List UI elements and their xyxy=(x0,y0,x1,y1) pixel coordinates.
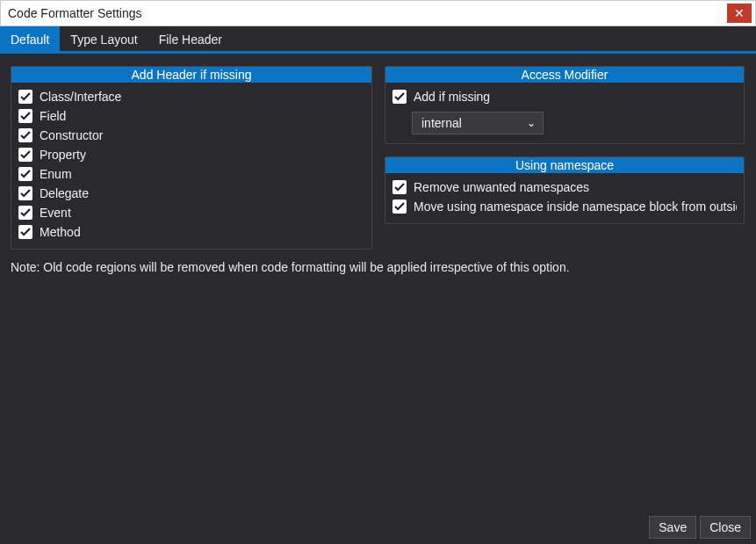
row-add-if-missing: Add if missing xyxy=(392,87,737,106)
window-title: Code Formatter Settings xyxy=(8,6,142,20)
tab-file-header[interactable]: File Header xyxy=(148,26,233,51)
panel-using-namespace-body: Remove unwanted namespaces Move using na… xyxy=(385,173,744,223)
checkmark-icon xyxy=(20,188,31,199)
checkbox-constructor[interactable] xyxy=(18,128,32,142)
label-method: Method xyxy=(40,225,81,239)
checkbox-property[interactable] xyxy=(18,148,32,162)
panel-access-modifier: Access Modifier Add if missing internal … xyxy=(385,66,745,144)
row-method: Method xyxy=(18,222,364,242)
row-remove-unwanted: Remove unwanted namespaces xyxy=(392,178,737,197)
label-delegate: Delegate xyxy=(40,186,89,200)
checkbox-remove-unwanted[interactable] xyxy=(392,180,407,194)
close-icon: ✕ xyxy=(734,7,745,19)
checkmark-icon xyxy=(394,182,405,192)
label-class-interface: Class/Interface xyxy=(40,90,121,104)
checkmark-icon xyxy=(20,149,31,160)
tab-bar: Default Type Layout File Header xyxy=(0,26,756,54)
save-button[interactable]: Save xyxy=(649,516,696,539)
checkmark-icon xyxy=(394,201,405,212)
panel-access-modifier-title: Access Modifier xyxy=(385,67,744,83)
footer: Save Close xyxy=(644,511,756,544)
label-enum: Enum xyxy=(40,167,72,181)
checkbox-enum[interactable] xyxy=(18,167,32,181)
row-delegate: Delegate xyxy=(18,184,364,203)
panel-using-namespace-title: Using namespace xyxy=(385,157,744,173)
row-enum: Enum xyxy=(18,164,364,184)
row-field: Field xyxy=(18,106,364,126)
row-class-interface: Class/Interface xyxy=(18,87,364,106)
checkbox-method[interactable] xyxy=(18,225,32,239)
checkmark-icon xyxy=(20,169,31,179)
tab-type-layout[interactable]: Type Layout xyxy=(60,26,148,51)
checkmark-icon xyxy=(20,227,31,237)
label-add-if-missing: Add if missing xyxy=(414,90,490,104)
row-move-inside: Move using namespace inside namespace bl… xyxy=(392,197,737,216)
panel-add-header-body: Class/Interface Field Constructor Proper… xyxy=(11,83,371,249)
panel-access-modifier-body: Add if missing internal ⌄ xyxy=(385,83,744,143)
checkbox-add-if-missing[interactable] xyxy=(392,90,407,104)
checkmark-icon xyxy=(20,111,31,121)
checkmark-icon xyxy=(394,91,405,102)
chevron-down-icon: ⌄ xyxy=(527,117,536,129)
checkmark-icon xyxy=(20,91,31,102)
right-column: Access Modifier Add if missing internal … xyxy=(385,66,745,224)
label-event: Event xyxy=(40,206,71,220)
label-move-inside: Move using namespace inside namespace bl… xyxy=(414,199,737,214)
select-access-modifier[interactable]: internal ⌄ xyxy=(412,112,544,134)
row-event: Event xyxy=(18,203,364,222)
close-button[interactable]: Close xyxy=(700,516,751,539)
label-constructor: Constructor xyxy=(40,128,103,142)
label-property: Property xyxy=(40,148,86,162)
select-access-modifier-value: internal xyxy=(421,116,462,130)
content-area: Add Header if missing Class/Interface Fi… xyxy=(0,54,756,257)
panel-add-header-title: Add Header if missing xyxy=(11,67,371,83)
checkbox-field[interactable] xyxy=(18,109,32,123)
label-field: Field xyxy=(40,109,66,123)
title-bar: Code Formatter Settings ✕ xyxy=(0,0,756,26)
row-constructor: Constructor xyxy=(18,126,364,145)
note-text: Note: Old code regions will be removed w… xyxy=(0,257,756,274)
tab-default[interactable]: Default xyxy=(0,26,60,51)
panel-add-header: Add Header if missing Class/Interface Fi… xyxy=(11,66,372,250)
checkmark-icon xyxy=(20,207,31,218)
checkbox-move-inside[interactable] xyxy=(392,199,407,214)
window-close-button[interactable]: ✕ xyxy=(727,4,752,23)
checkbox-event[interactable] xyxy=(18,206,32,220)
checkmark-icon xyxy=(20,130,31,141)
row-property: Property xyxy=(18,145,364,164)
label-remove-unwanted: Remove unwanted namespaces xyxy=(414,180,589,194)
checkbox-class-interface[interactable] xyxy=(18,90,32,104)
checkbox-delegate[interactable] xyxy=(18,186,32,200)
panel-using-namespace: Using namespace Remove unwanted namespac… xyxy=(385,156,745,224)
